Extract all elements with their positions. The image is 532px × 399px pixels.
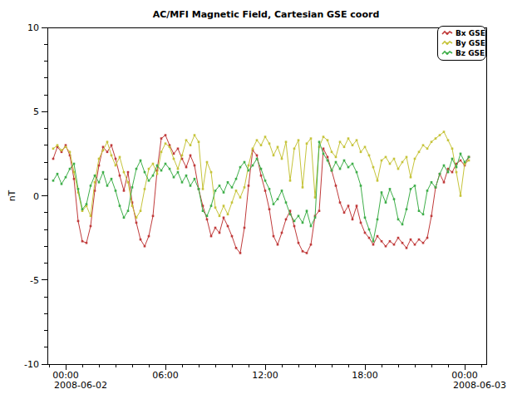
legend-label-by: By GSE (456, 39, 485, 47)
svg-text:-5: -5 (30, 275, 39, 286)
svg-text:12:00: 12:00 (252, 370, 278, 381)
legend-box: Bx GSE By GSE Bz GSE (437, 26, 486, 61)
svg-text:06:00: 06:00 (152, 370, 179, 381)
legend-label-bz: Bz GSE (456, 49, 485, 57)
svg-text:18:00: 18:00 (352, 370, 378, 381)
plot-frame (47, 27, 486, 364)
legend-item-bx: Bx GSE (441, 29, 484, 37)
svg-text:10: 10 (27, 22, 39, 33)
axes-tick-labels: -10-5051000:0006:0012:0018:0000:002008-0… (24, 22, 506, 391)
svg-text:5: 5 (33, 106, 39, 117)
svg-text:-10: -10 (24, 359, 39, 370)
legend-item-by: By GSE (441, 39, 484, 47)
legend-label-bx: Bx GSE (456, 29, 485, 37)
magnetic-field-plot-window: AC/MFI Magnetic Field, Cartesian GSE coo… (0, 0, 532, 399)
svg-text:2008-06-03: 2008-06-03 (453, 380, 506, 391)
bz-line-sample-icon (441, 50, 453, 57)
axes-ticks (42, 27, 481, 370)
bx-line-sample-icon (441, 30, 453, 37)
series-bx-gse (52, 134, 470, 254)
by-line-sample-icon (441, 40, 453, 47)
svg-text:2008-06-02: 2008-06-02 (54, 380, 107, 391)
legend-item-bz: Bz GSE (441, 49, 484, 57)
svg-text:0: 0 (33, 191, 39, 202)
